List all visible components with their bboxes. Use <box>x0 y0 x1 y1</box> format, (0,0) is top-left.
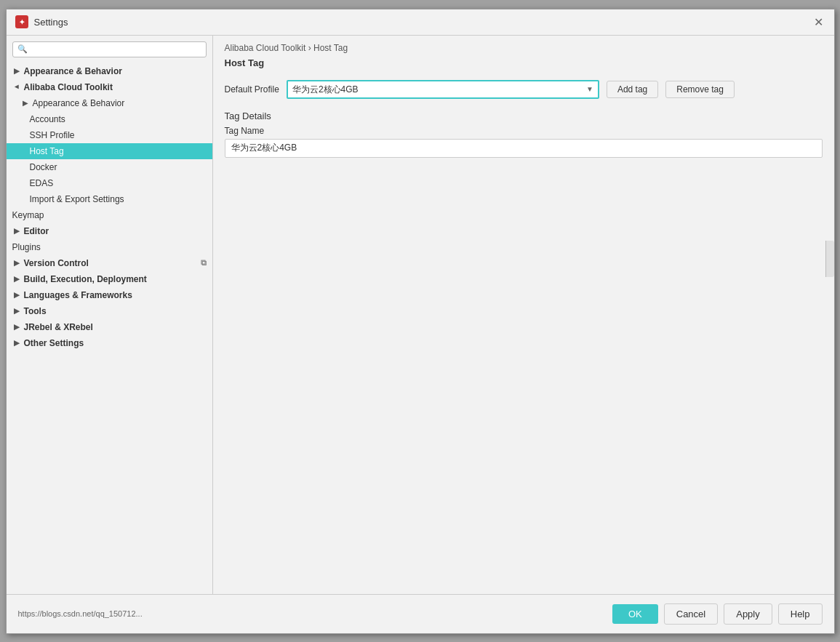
window-title: Settings <box>34 17 68 28</box>
apply-button[interactable]: Apply <box>724 603 772 625</box>
sidebar-item-keymap[interactable]: Keymap <box>7 207 212 223</box>
arrow-icon: ▶ <box>12 291 21 299</box>
page-title: Host Tag <box>213 56 834 74</box>
sidebar-item-host-tag[interactable]: Host Tag <box>7 143 212 159</box>
close-button[interactable]: ✕ <box>812 15 825 28</box>
title-bar: ✦ Settings ✕ <box>7 9 834 36</box>
arrow-icon: ▶ <box>21 99 30 107</box>
sidebar-item-label: SSH Profile <box>30 130 75 140</box>
sidebar-item-label: Host Tag <box>30 146 64 156</box>
breadcrumb: Alibaba Cloud Toolkit › Host Tag <box>213 36 834 56</box>
sidebar-item-label: Tools <box>24 306 47 316</box>
sidebar-item-plugins[interactable]: Plugins <box>7 239 212 255</box>
ok-button[interactable]: OK <box>612 604 658 624</box>
sidebar-item-appearance-behavior-sub[interactable]: ▶ Appearance & Behavior <box>7 95 212 111</box>
remove-tag-button[interactable]: Remove tag <box>665 81 735 98</box>
sidebar-item-accounts[interactable]: Accounts <box>7 111 212 127</box>
chevron-down-icon: ▼ <box>582 85 598 93</box>
help-button[interactable]: Help <box>778 603 823 625</box>
search-input[interactable] <box>31 44 201 55</box>
arrow-icon: ▼ <box>12 83 20 92</box>
footer-buttons: OK Cancel Apply Help <box>612 603 823 625</box>
sidebar: 🔍 ▶ Appearance & Behavior ▼ Alibaba Clou… <box>7 36 213 594</box>
arrow-icon: ▶ <box>12 323 21 331</box>
arrow-icon: ▶ <box>12 275 21 283</box>
sidebar-item-other-settings[interactable]: ▶ Other Settings <box>7 335 212 351</box>
sidebar-item-label: Version Control <box>24 258 89 268</box>
profile-select[interactable]: 华为云2核心4GB <box>288 81 582 97</box>
sidebar-item-tools[interactable]: ▶ Tools <box>7 303 212 319</box>
add-tag-button[interactable]: Add tag <box>607 81 658 98</box>
sidebar-item-label: Import & Export Settings <box>30 194 124 204</box>
right-edge-tab[interactable] <box>825 241 834 277</box>
tag-details-title: Tag Details <box>225 111 823 121</box>
sidebar-item-label: Languages & Frameworks <box>24 290 132 300</box>
sidebar-item-jrebel-xrebel[interactable]: ▶ JRebel & XRebel <box>7 319 212 335</box>
sidebar-item-ssh-profile[interactable]: SSH Profile <box>7 127 212 143</box>
sidebar-item-edas[interactable]: EDAS <box>7 175 212 191</box>
cancel-button[interactable]: Cancel <box>664 603 718 625</box>
arrow-icon: ▶ <box>12 307 21 315</box>
sidebar-item-label: JRebel & XRebel <box>24 322 93 332</box>
dialog-footer: https://blogs.csdn.net/qq_150712... OK C… <box>7 594 834 633</box>
default-profile-row: Default Profile 华为云2核心4GB ▼ Add tag Remo… <box>225 80 823 99</box>
tag-name-label: Tag Name <box>225 126 823 136</box>
sidebar-item-languages-frameworks[interactable]: ▶ Languages & Frameworks <box>7 287 212 303</box>
arrow-icon: ▶ <box>12 259 21 267</box>
tag-name-input[interactable] <box>225 139 823 158</box>
arrow-icon: ▶ <box>12 67 21 75</box>
sidebar-item-label: Alibaba Cloud Toolkit <box>24 82 113 92</box>
sidebar-item-import-export-settings[interactable]: Import & Export Settings <box>7 191 212 207</box>
search-icon: 🔍 <box>17 44 28 54</box>
sidebar-item-alibaba-cloud-toolkit[interactable]: ▼ Alibaba Cloud Toolkit <box>7 79 212 95</box>
sidebar-item-label: Other Settings <box>24 338 84 348</box>
title-bar-left: ✦ Settings <box>15 15 68 28</box>
arrow-icon: ▶ <box>12 227 21 235</box>
sidebar-item-editor[interactable]: ▶ Editor <box>7 223 212 239</box>
sidebar-item-label: Docker <box>30 162 57 172</box>
tag-details-section: Tag Details Tag Name <box>225 111 823 158</box>
sidebar-item-label: Editor <box>24 226 49 236</box>
sidebar-item-label: Plugins <box>12 242 41 252</box>
copy-icon: ⧉ <box>201 258 207 268</box>
content-area: Default Profile 华为云2核心4GB ▼ Add tag Remo… <box>213 74 834 594</box>
dialog-body: 🔍 ▶ Appearance & Behavior ▼ Alibaba Clou… <box>7 36 834 594</box>
sidebar-item-label: Appearance & Behavior <box>33 98 125 108</box>
app-icon: ✦ <box>15 15 28 28</box>
profile-select-wrapper: 华为云2核心4GB ▼ <box>287 80 599 99</box>
sidebar-item-label: Keymap <box>12 210 44 220</box>
settings-dialog: ✦ Settings ✕ 🔍 ▶ Appearance & Behavior ▼… <box>6 9 835 634</box>
footer-url: https://blogs.csdn.net/qq_150712... <box>18 609 143 618</box>
sidebar-item-docker[interactable]: Docker <box>7 159 212 175</box>
sidebar-item-version-control[interactable]: ▶ Version Control ⧉ <box>7 255 212 271</box>
arrow-icon: ▶ <box>12 339 21 347</box>
sidebar-item-label: Appearance & Behavior <box>24 66 122 76</box>
default-profile-label: Default Profile <box>225 84 279 95</box>
sidebar-item-label: EDAS <box>30 178 54 188</box>
sidebar-item-build-execution-deployment[interactable]: ▶ Build, Execution, Deployment <box>7 271 212 287</box>
sidebar-item-label: Build, Execution, Deployment <box>24 274 147 284</box>
main-content: Alibaba Cloud Toolkit › Host Tag Host Ta… <box>213 36 834 594</box>
sidebar-item-appearance-behavior-top[interactable]: ▶ Appearance & Behavior <box>7 63 212 79</box>
search-box: 🔍 <box>12 41 207 57</box>
sidebar-item-label: Accounts <box>30 114 65 124</box>
